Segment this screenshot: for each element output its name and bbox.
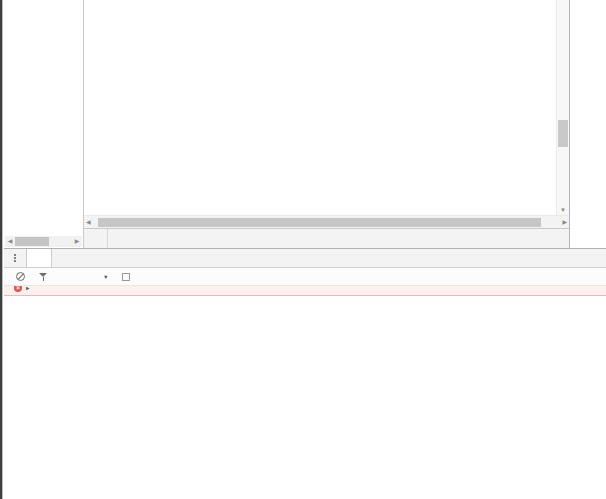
chevron-down-icon[interactable]: ▼ bbox=[103, 274, 108, 280]
scrollbar-thumb[interactable] bbox=[15, 237, 49, 246]
error-head: ✕ ▶ bbox=[4, 286, 606, 293]
file-navigator: ◀ ▶ bbox=[4, 0, 84, 248]
scroll-right-arrow-icon[interactable]: ▶ bbox=[72, 236, 82, 247]
clear-console-icon[interactable] bbox=[16, 272, 25, 281]
expand-triangle-icon[interactable]: ▶ bbox=[26, 286, 30, 291]
scroll-down-arrow-icon[interactable]: ▼ bbox=[557, 207, 569, 213]
pretty-print-button[interactable] bbox=[84, 229, 108, 248]
console-error-message: ✕ ▶ bbox=[4, 286, 606, 296]
editor-vscrollbar[interactable]: ▼ bbox=[556, 0, 569, 215]
tab-console[interactable] bbox=[26, 249, 52, 267]
navigator-hscrollbar[interactable]: ◀ ▶ bbox=[5, 236, 82, 247]
console-messages: ✕ ▶ bbox=[4, 286, 606, 499]
editor-hscrollbar[interactable]: ◀ ▶ bbox=[84, 215, 569, 228]
filter-icon[interactable] bbox=[39, 272, 48, 281]
console-toolbar: ▼ bbox=[4, 268, 606, 286]
debugger-sidebar bbox=[569, 0, 606, 248]
devtools-window: ◀ ▶ ▼ ◀ ▶ bbox=[0, 0, 606, 499]
console-tab-bar bbox=[4, 249, 606, 268]
scrollbar-thumb[interactable] bbox=[558, 120, 568, 147]
error-icon: ✕ bbox=[14, 286, 22, 292]
editor-status-bar bbox=[84, 228, 569, 248]
sources-panel: ◀ ▶ ▼ ◀ ▶ bbox=[4, 0, 606, 248]
scroll-left-arrow-icon[interactable]: ◀ bbox=[5, 236, 15, 247]
code-area[interactable] bbox=[84, 0, 556, 215]
scrollbar-thumb[interactable] bbox=[98, 218, 541, 227]
code-editor: ▼ ◀ ▶ bbox=[84, 0, 569, 248]
window-edge bbox=[0, 0, 3, 499]
console-drawer: ▼ ✕ ▶ bbox=[4, 248, 606, 499]
file-tree bbox=[4, 0, 83, 2]
preserve-log-checkbox[interactable] bbox=[122, 273, 130, 281]
kebab-menu-icon[interactable] bbox=[4, 249, 26, 267]
